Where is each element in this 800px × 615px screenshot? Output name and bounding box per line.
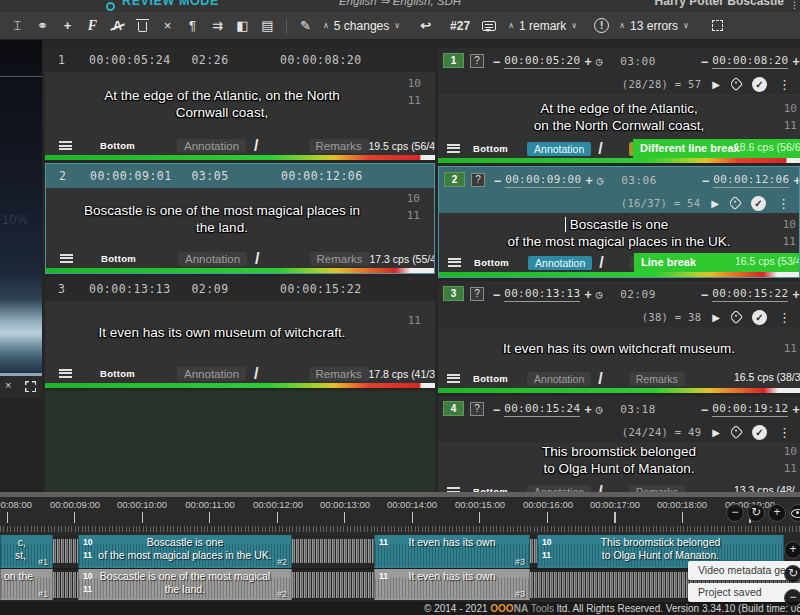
- video-close-icon[interactable]: ×: [5, 379, 11, 391]
- question-button[interactable]: ?: [470, 402, 484, 416]
- question-button[interactable]: ?: [470, 54, 484, 68]
- remark-prev-icon[interactable]: ∧: [508, 21, 514, 30]
- video-preview[interactable]: 10%: [0, 40, 42, 373]
- annotation-tab[interactable]: Annotation: [527, 142, 591, 156]
- timeline-source-block-3[interactable]: 11 It even has its own #3: [374, 569, 530, 600]
- timeline-zoom-out-button[interactable]: −: [726, 504, 744, 522]
- annotation-tab[interactable]: Annotation: [177, 367, 246, 381]
- fullscreen-icon[interactable]: [25, 381, 36, 392]
- minus-icon[interactable]: −: [701, 288, 708, 302]
- approve-check-icon[interactable]: ✓: [751, 196, 766, 211]
- plus-icon[interactable]: +: [584, 403, 591, 417]
- effects-icon[interactable]: F: [80, 12, 105, 40]
- minus-icon[interactable]: −: [494, 174, 501, 188]
- list-view-icon[interactable]: ▤: [255, 12, 280, 40]
- subtitle-text[interactable]: It even has its own museum of witchcraft…: [45, 301, 399, 364]
- plus-icon[interactable]: +: [585, 174, 592, 188]
- minus-icon[interactable]: −: [493, 288, 500, 302]
- contrast-icon[interactable]: ◧: [230, 12, 255, 40]
- source-cue-3[interactable]: 3 00:00:13:13 02:09 00:00:15:22 It even …: [45, 277, 435, 388]
- timeline-target-block-3[interactable]: 11 It even has its own #3: [374, 535, 530, 568]
- target-cue-1[interactable]: 1 ? − 00:00:05:20 + ◷ 03:00 − 00:00:08:2…: [438, 48, 800, 163]
- spellcheck-icon[interactable]: A: [105, 12, 130, 40]
- annotation-tab[interactable]: Annotation: [528, 256, 592, 270]
- subtitle-text[interactable]: It even has its own witchcraft museum.: [438, 327, 800, 369]
- plus-icon[interactable]: +: [584, 55, 591, 69]
- kebab-menu-icon[interactable]: ⋮: [777, 196, 790, 211]
- remark-next-icon[interactable]: ∨: [571, 21, 577, 30]
- kebab-menu-icon[interactable]: ⋮: [778, 425, 791, 440]
- remark-bubble-icon[interactable]: [482, 21, 496, 31]
- overflow-menu-icon[interactable]: ⋮: [790, 0, 799, 10]
- timecode-in[interactable]: 00:00:09:00: [505, 173, 581, 188]
- clock-icon[interactable]: ◷: [597, 174, 604, 187]
- undo-icon[interactable]: ↩: [413, 12, 438, 40]
- play-icon[interactable]: ▶: [711, 198, 719, 209]
- source-cue-1[interactable]: 1 00:00:05:24 02:26 00:00:08:20 At the e…: [45, 48, 435, 160]
- timecode-in[interactable]: 00:00:05:20: [504, 54, 580, 69]
- changes-count-label[interactable]: 5 changes: [334, 19, 389, 33]
- remarks-tab[interactable]: Remarks: [629, 485, 685, 493]
- minus-icon[interactable]: −: [702, 174, 709, 188]
- subtitle-text-editing[interactable]: Boscastle is one of the most magical pla…: [439, 213, 799, 253]
- question-button[interactable]: ?: [470, 287, 484, 301]
- tag-icon[interactable]: [729, 77, 743, 91]
- timecode-out[interactable]: 00:00:19:12: [712, 402, 788, 417]
- plus-icon[interactable]: +: [792, 288, 799, 302]
- annotation-tab[interactable]: Annotation: [178, 252, 247, 266]
- kebab-menu-icon[interactable]: ⋮: [778, 310, 791, 325]
- remove-icon[interactable]: ×: [155, 12, 180, 40]
- plus-icon[interactable]: +: [792, 55, 799, 69]
- timeline-ruler[interactable]: 00:00:08:00 00:00:09:00 00:00:10:00 00:0…: [0, 497, 800, 535]
- target-cue-3[interactable]: 3 ? − 00:00:13:13 + ◷ 02:09 − 00:00:15:2…: [438, 281, 800, 393]
- clock-icon[interactable]: ◷: [596, 403, 603, 416]
- errors-prev-icon[interactable]: ∧: [619, 21, 625, 30]
- target-cue-2-selected[interactable]: 2 ? − 00:00:09:00 + ◷ 03:06 − 00:00:12:0…: [438, 166, 800, 278]
- timeline-reset-button[interactable]: ↻: [747, 504, 765, 522]
- timeline-source-block-2[interactable]: 10 11 Boscastle is one of the most magic…: [78, 569, 292, 600]
- track-zoom-out-button[interactable]: −: [784, 589, 800, 607]
- timeline-target-block-1[interactable]: c, st, #1: [0, 535, 53, 568]
- plus-icon[interactable]: +: [793, 174, 800, 188]
- remark-count-label[interactable]: 1 remark: [519, 19, 566, 33]
- link-icon[interactable]: ⚭: [30, 12, 55, 40]
- timecode-out[interactable]: 00:00:12:06: [713, 173, 789, 188]
- merge-subtitles-icon[interactable]: ⌶: [5, 12, 30, 40]
- pilcrow-icon[interactable]: ¶: [180, 12, 205, 40]
- changes-next-icon[interactable]: ∨: [394, 21, 400, 30]
- plus-icon[interactable]: +: [792, 403, 799, 417]
- errors-next-icon[interactable]: ∨: [683, 21, 689, 30]
- remarks-tab[interactable]: Remarks: [629, 372, 685, 386]
- question-button[interactable]: ?: [471, 173, 485, 187]
- source-cue-2-selected[interactable]: 2 00:00:09:01 03:05 00:00:12:06 Boscastl…: [45, 163, 435, 274]
- minus-icon[interactable]: −: [493, 55, 500, 69]
- timecode-in[interactable]: 00:00:13:13: [504, 287, 580, 302]
- add-subtitle-icon[interactable]: +: [55, 12, 80, 40]
- approve-check-icon[interactable]: ✓: [752, 77, 767, 92]
- minus-icon[interactable]: −: [701, 55, 708, 69]
- subtitle-text[interactable]: Boscastle is one of the most magical pla…: [46, 188, 398, 249]
- timeline-eye-button[interactable]: [789, 504, 800, 522]
- errors-count-label[interactable]: 13 errors: [630, 19, 678, 33]
- error-icon[interactable]: !: [594, 18, 609, 33]
- subtitle-text[interactable]: At the edge of the Atlantic, on the Nort…: [45, 72, 399, 136]
- tag-icon[interactable]: [728, 196, 742, 210]
- subtitle-text[interactable]: This broomstick belonged to Olga Hunt of…: [438, 442, 800, 478]
- plus-icon[interactable]: +: [584, 288, 591, 302]
- selection-marquee-icon[interactable]: [712, 20, 723, 31]
- target-cue-4[interactable]: 4 ? − 00:00:15:24 + ◷ 03:18 − 00:00:19:1…: [438, 396, 800, 492]
- play-icon[interactable]: ▶: [712, 79, 720, 90]
- timeline-source-block-1[interactable]: on the #1: [0, 569, 53, 600]
- tag-icon[interactable]: [729, 425, 743, 439]
- minus-icon[interactable]: −: [701, 403, 708, 417]
- play-icon[interactable]: ▶: [712, 427, 720, 438]
- edit-pencil-icon[interactable]: ✎: [293, 12, 318, 40]
- subtitle-text[interactable]: At the edge of the Atlantic, on the Nort…: [438, 94, 800, 139]
- play-icon[interactable]: ▶: [712, 312, 720, 323]
- changes-prev-icon[interactable]: ∧: [323, 21, 329, 30]
- timeline-zoom-in-button[interactable]: +: [768, 504, 786, 522]
- horizontal-scrollbar[interactable]: [0, 492, 800, 497]
- remarks-tab[interactable]: Remarks: [310, 252, 370, 266]
- timeline-target-block-2[interactable]: 10 11 Boscastle is one of the most magic…: [78, 535, 292, 568]
- minus-icon[interactable]: −: [493, 403, 500, 417]
